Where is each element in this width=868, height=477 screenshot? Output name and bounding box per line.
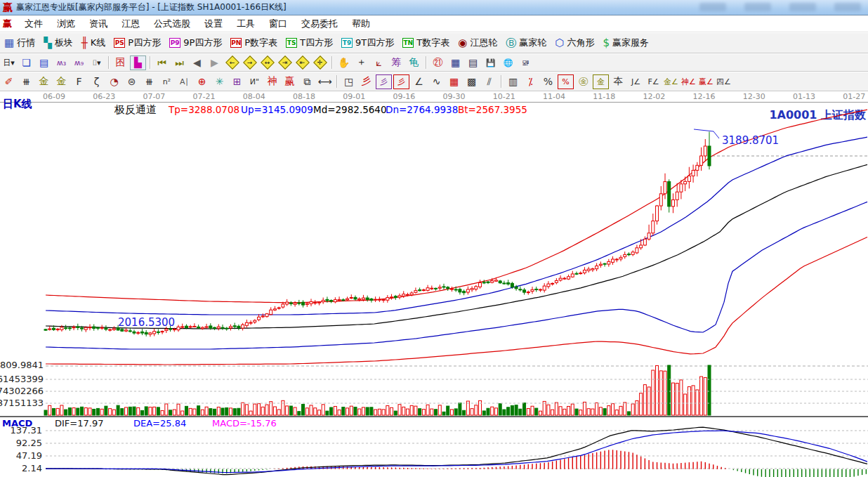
percent-line-icon[interactable]: % (558, 74, 574, 89)
fan-box-purple-icon[interactable]: 彡 (376, 74, 392, 89)
svg-text:187151133: 187151133 (0, 398, 44, 408)
n-square-icon[interactable]: n² (159, 74, 175, 89)
t-square-button[interactable]: TST四方形 (282, 35, 337, 51)
percent-icon[interactable]: % (540, 74, 556, 89)
9p-square-button[interactable]: P99P四方形 (165, 35, 226, 51)
spiral-icon[interactable]: ζ (88, 74, 105, 89)
corner-icon[interactable]: И" (246, 74, 263, 89)
wave-v-icon[interactable]: ∿ (428, 74, 445, 89)
title-bar: 赢 赢家江恩专业版[赢家内部服务平台] - [上证指数 SH1A0001-166… (0, 0, 868, 15)
menu-item-7[interactable]: 窗口 (262, 16, 294, 32)
menu-item-8[interactable]: 交易委托 (294, 16, 345, 32)
notes-icon[interactable]: ▤ (465, 55, 481, 70)
span-arrow-icon[interactable]: ⟷ (317, 74, 333, 89)
kline-button[interactable]: ╫K线 (77, 35, 110, 51)
box-target-icon[interactable]: ⊞ (229, 74, 245, 89)
gann-wheel-button[interactable]: ◉江恩轮 (454, 35, 501, 51)
wave3-icon[interactable]: ʍ₃ (53, 55, 70, 70)
pc-icon[interactable]: 🖳 (518, 55, 534, 70)
zoom-out-icon[interactable]: ⇤ (294, 55, 310, 70)
menu-item-6[interactable]: 工具 (230, 16, 262, 32)
zoom-both-icon[interactable]: ↔ (259, 55, 275, 70)
angle-tool-icon[interactable]: ⟀ (371, 55, 387, 70)
multi-window-icon[interactable]: ❏ (18, 55, 34, 70)
quotes-button[interactable]: ▦行情 (0, 35, 39, 51)
fan-box-red-icon[interactable]: 彡 (393, 74, 409, 89)
gold-circle-icon[interactable]: ㊎ (575, 74, 591, 89)
menu-item-4[interactable]: 公式选股 (147, 16, 197, 32)
first-bar-icon[interactable]: ⏮ (154, 55, 170, 70)
mirror-a-icon[interactable]: A∣ (176, 74, 192, 89)
gold-angle-icon[interactable]: 金∠ (663, 74, 679, 89)
period-button[interactable]: 日▾ (1, 55, 17, 70)
sectors-button[interactable]: ▚板块 (39, 35, 77, 51)
kline-chart-area[interactable]: 06-0906-2307-0707-2108-0408-1809-0109-16… (0, 91, 868, 477)
menu-item-9[interactable]: 帮助 (345, 16, 377, 32)
a-wave-icon[interactable]: 夲 (610, 74, 626, 89)
ying-icon[interactable]: 赢 (282, 74, 298, 89)
zoom-left-icon[interactable]: ← (224, 55, 240, 70)
ruler-grid-icon[interactable]: ⧻ (18, 74, 34, 89)
9t-square-button[interactable]: T99T四方形 (337, 35, 398, 51)
hexagon-button[interactable]: ⬡六角形 (551, 35, 598, 51)
f-gate-icon[interactable]: F (71, 74, 87, 89)
brain-tool-icon[interactable]: 龟 (406, 55, 422, 70)
toolbar-label: 板块 (55, 37, 73, 49)
winner-wheel-button[interactable]: Ⓑ赢家轮 (501, 35, 551, 51)
crosshair-icon[interactable]: ＋ (353, 55, 369, 70)
menu-item-3[interactable]: 江恩 (114, 16, 147, 32)
net-icon[interactable]: 🌐 (500, 55, 516, 70)
hash-icon[interactable]: ⧻ (141, 74, 157, 89)
grid-box-icon[interactable]: ▩ (463, 74, 480, 89)
j-angle-icon[interactable]: J∠ (628, 74, 644, 89)
level-box-icon[interactable]: ▥ (505, 74, 521, 89)
next-bar-icon[interactable]: ▶ (206, 55, 223, 70)
prev-bar-icon[interactable]: ◀ (189, 55, 205, 70)
winner-service-button[interactable]: $赢家服务 (598, 35, 653, 51)
star-teal-icon[interactable]: ✳ (211, 74, 228, 89)
chip-tool-icon[interactable]: 筹 (388, 55, 405, 70)
shen-icon[interactable]: 神 (264, 74, 280, 89)
grid-123-icon[interactable]: ⧉ (299, 74, 315, 89)
color-chart-icon[interactable]: ▙ (130, 55, 146, 70)
f-angle-icon[interactable]: F∠ (645, 74, 662, 89)
t-number-button[interactable]: TNT数字表 (398, 35, 454, 51)
gold-lines-icon[interactable]: 金 (593, 74, 609, 89)
angle-lines-icon[interactable]: ∠ (411, 74, 427, 89)
menu-item-2[interactable]: 资讯 (82, 16, 114, 32)
wave9-icon[interactable]: ʍ₉ (71, 55, 87, 70)
ying-angle-icon[interactable]: 赢∠ (698, 74, 714, 89)
titlebar-ghost-items (699, 3, 861, 11)
frame-tool-icon[interactable]: ◳ (341, 74, 357, 89)
target-red-icon[interactable]: ⊕ (194, 74, 210, 89)
zoom-right-icon[interactable]: → (242, 55, 258, 70)
gold-gate-a-icon[interactable]: 金 (36, 74, 52, 89)
protractor-icon[interactable]: ◔ (106, 74, 122, 89)
p-square-button[interactable]: PSP四方形 (110, 35, 165, 51)
pen-tool-icon[interactable]: ✐ (1, 74, 17, 89)
gold-gate-b-icon[interactable]: 金 (53, 74, 70, 89)
menu-item-1[interactable]: 浏览 (50, 16, 82, 32)
p-number-button[interactable]: PNP数字表 (226, 35, 282, 51)
quote-list-icon[interactable]: ▤ (36, 55, 52, 70)
calculator-icon[interactable]: ▦ (447, 55, 463, 70)
zoom-in-icon[interactable]: ⇥ (277, 55, 293, 70)
app-logo-icon: 赢 (3, 1, 13, 14)
fan-red-icon[interactable]: 彡 (358, 74, 374, 89)
calendar-icon[interactable]: ㉑ (430, 55, 446, 70)
grid-red-icon[interactable]: ▦ (446, 74, 462, 89)
dial-icon[interactable]: ⊜ (124, 74, 140, 89)
shen-angle-icon[interactable]: 神∠ (680, 74, 697, 89)
svg-text:374302266: 374302266 (0, 386, 44, 396)
hand-tool-icon[interactable]: ✋ (336, 55, 352, 70)
pattern-icon[interactable]: 囨 (112, 55, 129, 70)
menu-item-5[interactable]: 设置 (197, 16, 230, 32)
last-bar-icon[interactable]: ⏭ (171, 55, 188, 70)
candle-style-button[interactable]: ⌷▾ (88, 55, 105, 70)
zoom-full-icon[interactable]: ✛ (312, 55, 328, 70)
parallel-icon[interactable]: ⫽ (481, 74, 497, 89)
menu-item-0[interactable]: 文件 (18, 16, 50, 32)
si-angle-icon[interactable]: 四∠ (716, 74, 732, 89)
percent-slash-icon[interactable]: ⁒ (522, 74, 539, 89)
save-icon[interactable]: 💾 (482, 55, 499, 70)
